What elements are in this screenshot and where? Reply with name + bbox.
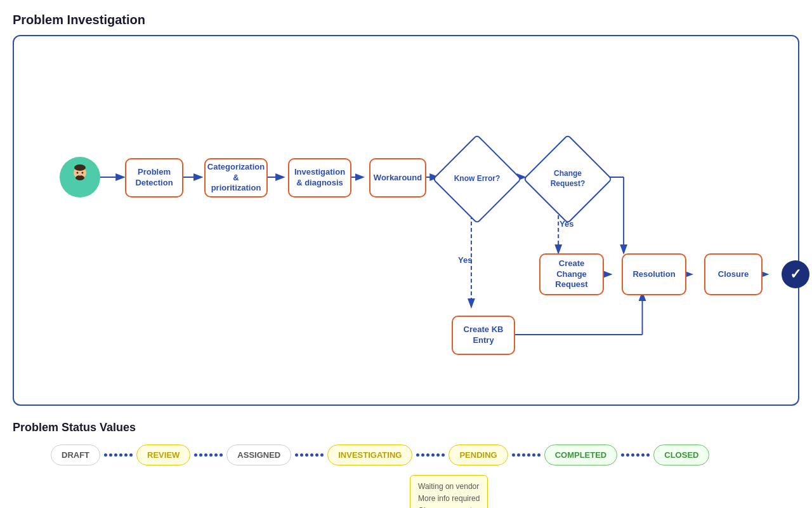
arrows-svg [27, 55, 785, 385]
workaround-box: Workaround [369, 158, 426, 197]
status-assigned: ASSIGNED [226, 444, 291, 465]
diagram-container: Problem Detection Categorization & prior… [13, 35, 799, 406]
problem-detection-box: Problem Detection [125, 158, 183, 197]
dots-1 [104, 453, 133, 457]
status-completed: COMPLETED [544, 444, 618, 465]
create-change-request-box: Create Change Request [539, 253, 604, 295]
create-kb-entry-box: Create KB Entry [452, 316, 515, 355]
dots-4 [416, 453, 445, 457]
status-closed: CLOSED [653, 444, 709, 465]
svg-point-16 [74, 164, 86, 171]
tooltip-line3: Change request [418, 505, 480, 508]
create-change-request-label: Create Change Request [544, 258, 599, 291]
closure-box: Closure [704, 253, 763, 295]
problem-detection-label: Problem Detection [135, 167, 173, 189]
categorization-box: Categorization & prioritization [204, 158, 268, 197]
svg-point-20 [82, 172, 84, 174]
dots-5 [512, 453, 540, 457]
tooltip-line2: More info required [418, 493, 480, 505]
avatar [60, 157, 100, 197]
svg-point-17 [75, 175, 84, 180]
page-title: Problem Investigation [13, 13, 799, 27]
know-error-diamond: Know Error? [442, 144, 512, 214]
status-review: REVIEW [136, 444, 190, 465]
dots-6 [621, 453, 650, 457]
pending-tooltip: Waiting on vendor More info required Cha… [410, 475, 488, 508]
categorization-label: Categorization & prioritization [207, 162, 265, 194]
svg-point-19 [77, 172, 79, 174]
svg-point-21 [79, 175, 81, 176]
closure-label: Closure [718, 269, 749, 280]
change-request-diamond: Change Request? [533, 144, 603, 214]
investigation-label: Investigation & diagnosis [294, 167, 345, 189]
investigation-box: Investigation & diagnosis [288, 158, 351, 197]
dots-3 [295, 453, 324, 457]
dots-2 [194, 453, 223, 457]
status-flow: DRAFT REVIEW ASSIGNED INVE [51, 444, 799, 465]
yes-label-change-request: Yes [560, 219, 573, 229]
resolution-label: Resolution [632, 269, 675, 280]
resolution-box: Resolution [622, 253, 686, 295]
flow-area: Problem Detection Categorization & prior… [27, 55, 785, 385]
completion-check: ✓ [782, 260, 809, 288]
status-pending: PENDING [449, 444, 508, 465]
status-investigating: INVESTIGATING [327, 444, 412, 465]
tooltip-line1: Waiting on vendor [418, 481, 480, 493]
yes-label-know-error: Yes [458, 255, 472, 265]
workaround-label: Workaround [374, 173, 422, 184]
status-section-title: Problem Status Values [13, 421, 799, 434]
status-draft: DRAFT [51, 444, 100, 465]
svg-point-18 [72, 183, 88, 193]
create-kb-entry-label: Create KB Entry [464, 324, 504, 346]
